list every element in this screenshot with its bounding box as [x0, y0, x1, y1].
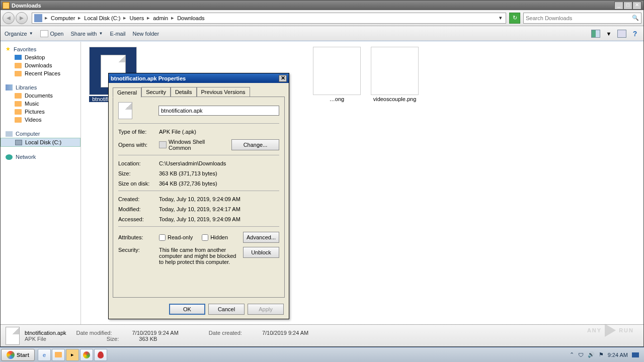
view-options-icon[interactable] — [617, 30, 626, 38]
forward-button[interactable]: ► — [16, 12, 28, 24]
opens-with: Windows Shell Common — [169, 139, 224, 151]
file-item[interactable]: videoscouple.png — [371, 47, 419, 102]
maximize-button[interactable]: □ — [623, 2, 632, 10]
organize-menu[interactable]: Organize▼ — [5, 31, 33, 37]
unblock-button[interactable]: Unblock — [243, 247, 279, 258]
dialog-close-button[interactable]: ✕ — [279, 75, 287, 82]
tab-panel-general: Type of file:APK File (.apk) Opens with:… — [113, 97, 285, 298]
tray-volume-icon[interactable]: 🔊 — [588, 351, 595, 358]
help-icon[interactable]: ? — [630, 30, 639, 38]
close-button[interactable]: ✕ — [632, 2, 641, 10]
crumb-computer[interactable]: Computer — [49, 15, 76, 21]
favorites-header[interactable]: ★Favorites — [1, 45, 80, 53]
filename-input[interactable] — [158, 106, 279, 116]
view-dropdown-icon[interactable]: ▼ — [604, 30, 613, 38]
file-thumb — [371, 47, 419, 95]
preview-pane-icon[interactable] — [591, 30, 600, 38]
crumb-downloads[interactable]: Downloads — [176, 15, 206, 21]
nav-bar: ◄ ► ▸ Computer▸ Local Disk (C:)▸ Users▸ … — [1, 10, 643, 26]
share-menu[interactable]: Share with▼ — [70, 31, 103, 37]
security-text: This file came from another computer and… — [159, 247, 239, 265]
sidebar-item-documents[interactable]: Documents — [1, 92, 80, 100]
open-button[interactable]: Open — [40, 30, 64, 37]
crumb-disk[interactable]: Local Disk (C:) — [83, 15, 122, 21]
search-box[interactable]: 🔍 — [523, 13, 641, 24]
libraries-header[interactable]: Libraries — [1, 83, 80, 92]
toolbar: Organize▼ Open Share with▼ E-mail New fo… — [1, 26, 643, 41]
size-value: 363 KB (371,713 bytes) — [159, 170, 217, 176]
type-of-file: APK File (.apk) — [159, 129, 196, 135]
advanced-button[interactable]: Advanced... — [243, 232, 279, 243]
apply-button[interactable]: Apply — [248, 304, 284, 315]
dialog-title: btnotification.apk Properties — [111, 75, 279, 81]
location-value: C:\Users\admin\Downloads — [159, 160, 226, 166]
breadcrumb-dropdown[interactable]: ▾ — [497, 15, 505, 21]
play-icon — [605, 324, 616, 337]
taskbar-chrome-icon[interactable] — [80, 349, 93, 361]
file-name: …ong — [313, 96, 361, 102]
hidden-checkbox[interactable]: Hidden — [202, 234, 228, 241]
dialog-title-bar[interactable]: btnotification.apk Properties ✕ — [109, 73, 289, 83]
modified-value: Today, July 10, 2019, 9:24:17 AM — [159, 206, 240, 212]
change-button[interactable]: Change... — [231, 139, 279, 150]
dialog-tabs: General Security Details Previous Versio… — [113, 87, 285, 97]
tray-flag-icon[interactable]: ⚑ — [599, 351, 604, 358]
back-button[interactable]: ◄ — [3, 12, 15, 24]
breadcrumb[interactable]: ▸ Computer▸ Local Disk (C:)▸ Users▸ admi… — [32, 13, 506, 24]
tab-security[interactable]: Security — [141, 87, 171, 97]
tray-monitor-icon[interactable] — [632, 352, 639, 357]
sidebar-item-music[interactable]: Music — [1, 100, 80, 108]
search-input[interactable] — [526, 15, 632, 21]
system-tray[interactable]: ⌃ 🛡 🔊 ⚑ 9:24 AM — [566, 351, 643, 358]
taskbar-shield-icon[interactable] — [94, 349, 107, 361]
computer-icon — [34, 14, 42, 22]
taskbar-ie-icon[interactable]: e — [38, 349, 51, 361]
sizeondisk-value: 364 KB (372,736 bytes) — [159, 180, 217, 187]
tab-general[interactable]: General — [113, 87, 141, 98]
status-filetype: APK File — [25, 336, 46, 342]
taskbar-app-icon[interactable]: ▸ — [66, 349, 79, 361]
sidebar-item-downloads[interactable]: Downloads — [1, 61, 80, 69]
properties-dialog[interactable]: btnotification.apk Properties ✕ General … — [108, 73, 289, 319]
title-bar[interactable]: Downloads _ □ ✕ — [1, 1, 643, 10]
cancel-button[interactable]: Cancel — [208, 304, 245, 315]
watermark: ANYRUN — [587, 324, 634, 337]
crumb-users[interactable]: Users — [128, 15, 145, 21]
window-title: Downloads — [12, 3, 614, 9]
tray-clock[interactable]: 9:24 AM — [608, 352, 628, 358]
minimize-button[interactable]: _ — [614, 2, 623, 10]
app-icon — [159, 141, 167, 148]
sidebar-item-desktop[interactable]: Desktop — [1, 53, 80, 61]
taskbar-explorer-icon[interactable] — [52, 349, 65, 361]
status-bar: btnotification.apk Date modified: 7/10/2… — [1, 324, 643, 346]
window-icon — [3, 2, 10, 9]
readonly-checkbox[interactable]: Read-only — [159, 234, 193, 241]
tab-previous-versions[interactable]: Previous Versions — [197, 87, 250, 97]
taskbar: Start e ▸ ⌃ 🛡 🔊 ⚑ 9:24 AM — [0, 347, 644, 362]
sidebar-item-pictures[interactable]: Pictures — [1, 108, 80, 116]
newfolder-button[interactable]: New folder — [133, 31, 159, 37]
search-icon[interactable]: 🔍 — [632, 15, 639, 21]
explorer-window: Downloads _ □ ✕ ◄ ► ▸ Computer▸ Local Di… — [0, 0, 644, 347]
file-type-icon — [118, 102, 132, 119]
created-value: Today, July 10, 2019, 9:24:09 AM — [159, 196, 240, 202]
crumb-admin[interactable]: admin — [151, 15, 170, 21]
start-button[interactable]: Start — [1, 349, 35, 361]
tray-shield-icon[interactable]: 🛡 — [578, 352, 584, 358]
file-name: videoscouple.png — [371, 96, 419, 102]
email-button[interactable]: E-mail — [110, 31, 125, 37]
refresh-button[interactable]: ↻ — [509, 13, 520, 24]
tray-chevron-icon[interactable]: ⌃ — [570, 351, 574, 358]
tab-details[interactable]: Details — [171, 87, 197, 97]
file-item[interactable]: …ong — [313, 47, 361, 102]
sidebar-item-local-disk[interactable]: Local Disk (C:) — [1, 138, 80, 147]
computer-header[interactable]: Computer — [1, 130, 80, 138]
sidebar: ★Favorites Desktop Downloads Recent Plac… — [1, 42, 81, 324]
sidebar-item-recent[interactable]: Recent Places — [1, 69, 80, 77]
network-header[interactable]: Network — [1, 153, 80, 161]
file-thumb — [313, 47, 361, 95]
ok-button[interactable]: OK — [169, 304, 205, 315]
sidebar-item-videos[interactable]: Videos — [1, 116, 80, 124]
status-filename: btnotification.apk — [25, 330, 66, 336]
accessed-value: Today, July 10, 2019, 9:24:09 AM — [159, 216, 240, 222]
